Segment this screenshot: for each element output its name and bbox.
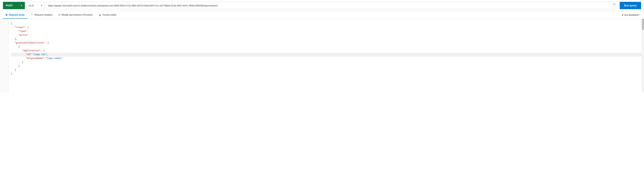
tab-request-headers[interactable]: 📄 Request headers (28, 11, 56, 19)
access-token-icon: 🔒 (98, 13, 101, 16)
code-line-11: } (11, 60, 644, 64)
editor-area[interactable]: { "roles": [ "read", "write" ], "granted… (0, 19, 644, 92)
request-body-icon: ▶ (6, 13, 8, 16)
heart-icon: ♥ (622, 14, 623, 16)
tabs-bar: ▶ Request body 📄 Request headers ⊙ Modif… (0, 11, 644, 19)
feedback-link[interactable]: ♥ Got feedback? (620, 11, 641, 19)
tab-modify-permissions[interactable]: ⊙ Modify permissions (Preview) (56, 11, 96, 19)
tab-access-token-label: Access token (102, 13, 116, 16)
editor-content[interactable]: { "roles": [ "read", "write" ], "granted… (0, 22, 644, 76)
code-line-12: } (11, 64, 644, 68)
tab-access-token[interactable]: 🔒 Access token (96, 11, 120, 19)
code-line-7: { (11, 45, 644, 49)
scrollbar-thumb[interactable] (642, 19, 644, 30)
code-line-9: "id": "{app-id}", (11, 53, 644, 57)
tab-request-headers-label: Request headers (34, 13, 52, 16)
vertical-scrollbar[interactable] (642, 19, 644, 92)
code-line-1: { (11, 22, 644, 26)
code-line-6: "grantedToIdentities": [ (11, 41, 644, 45)
code-line-8: "application": { (11, 49, 644, 53)
code-line-14: } (11, 72, 644, 76)
modify-permissions-icon: ⊙ (58, 13, 60, 16)
method-chevron: ▾ (21, 4, 22, 7)
tab-modify-permissions-label: Modify permissions (Preview) (62, 13, 92, 16)
request-headers-icon: 📄 (30, 13, 33, 16)
code-line-3: "read", (11, 30, 644, 33)
toolbar: POST ▾ v1.0 ▾ Run query (0, 0, 644, 11)
run-query-button[interactable]: Run query (620, 2, 641, 9)
code-line-10: "displayName": "{app-name}" (11, 57, 644, 60)
code-line-4: "write" (11, 33, 644, 37)
url-input[interactable] (48, 4, 612, 7)
version-chevron: ▾ (41, 4, 42, 7)
code-line-2: "roles": [ (11, 26, 644, 30)
feedback-label: Got feedback? (624, 14, 640, 16)
tab-request-body-label: Request body (9, 13, 24, 16)
version-dropdown[interactable]: v1.0 ▾ (26, 2, 45, 9)
url-container (46, 2, 618, 9)
version-label: v1.0 (29, 4, 34, 7)
code-line-5: ], (11, 37, 644, 41)
method-label: POST (6, 4, 13, 7)
code-line-13: ] (11, 68, 644, 72)
method-dropdown[interactable]: POST ▾ (3, 2, 25, 9)
tab-request-body[interactable]: ▶ Request body (3, 11, 28, 19)
loading-spinner (612, 4, 616, 7)
